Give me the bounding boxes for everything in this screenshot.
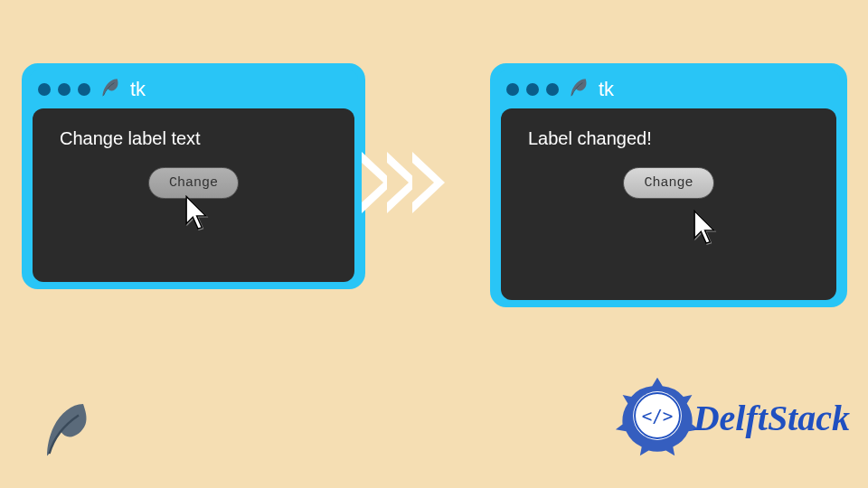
change-button[interactable]: Change xyxy=(148,167,239,199)
window-content: Change label text Change xyxy=(33,108,354,282)
change-button[interactable]: Change xyxy=(623,167,713,199)
window-dot-icon[interactable] xyxy=(506,83,519,96)
chevron-right-icon xyxy=(412,152,445,213)
delftstack-logo-icon: </> xyxy=(614,372,701,463)
feather-icon xyxy=(566,76,590,103)
window-dot-icon[interactable] xyxy=(546,83,559,96)
feather-icon xyxy=(36,399,94,466)
app-window-before: tk Change label text Change xyxy=(22,63,365,289)
brand-logo-block: </> DelftStack xyxy=(614,372,850,463)
app-window-after: tk Label changed! Change xyxy=(490,63,847,307)
cursor-icon xyxy=(184,195,212,231)
window-dot-icon[interactable] xyxy=(58,83,71,96)
transition-chevrons xyxy=(362,152,438,213)
window-title: tk xyxy=(130,78,146,101)
window-dot-icon[interactable] xyxy=(526,83,539,96)
window-dot-icon[interactable] xyxy=(38,83,51,96)
titlebar: tk xyxy=(497,70,840,108)
cursor-icon xyxy=(693,210,720,246)
window-content: Label changed! Change xyxy=(501,108,836,300)
svg-text:</>: </> xyxy=(641,406,673,427)
label-widget: Label changed! xyxy=(528,128,652,149)
feather-icon xyxy=(98,76,121,103)
label-widget: Change label text xyxy=(60,128,201,149)
window-dot-icon[interactable] xyxy=(78,83,90,96)
brand-name: DelftStack xyxy=(693,397,850,439)
window-title: tk xyxy=(599,78,614,101)
titlebar: tk xyxy=(29,70,358,108)
